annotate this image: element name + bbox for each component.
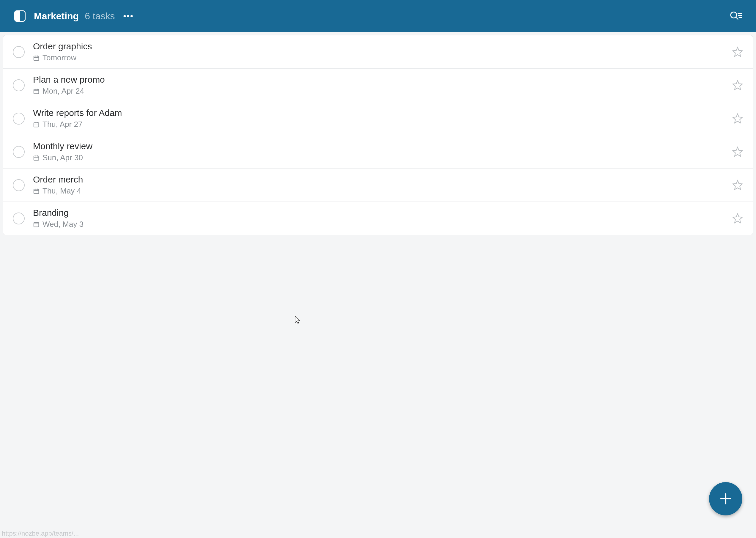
status-bar-url: https://nozbe.app/teams/... <box>0 529 80 538</box>
task-checkbox[interactable] <box>13 46 25 58</box>
task-date-row: Sun, Apr 30 <box>33 153 732 162</box>
task-checkbox[interactable] <box>13 213 25 224</box>
app-logo-icon[interactable] <box>14 10 25 22</box>
task-list: Order graphics Tomorrow Plan a new promo… <box>3 35 753 235</box>
task-date: Sun, Apr 30 <box>42 153 83 162</box>
page-title: Marketing <box>34 11 79 22</box>
task-title: Branding <box>33 208 732 218</box>
star-icon[interactable] <box>732 146 743 158</box>
task-item[interactable]: Order graphics Tomorrow <box>3 35 753 69</box>
svg-rect-13 <box>34 123 39 127</box>
svg-rect-5 <box>34 56 39 60</box>
task-title: Order merch <box>33 175 732 185</box>
task-checkbox[interactable] <box>13 146 25 158</box>
star-icon[interactable] <box>732 180 743 191</box>
task-title: Write reports for Adam <box>33 108 732 118</box>
svg-rect-25 <box>34 222 39 227</box>
task-content: Order graphics Tomorrow <box>33 41 732 62</box>
task-checkbox[interactable] <box>13 80 25 91</box>
plus-icon <box>718 491 733 506</box>
calendar-icon <box>33 155 39 161</box>
star-icon[interactable] <box>732 46 743 58</box>
search-filter-icon <box>730 10 742 22</box>
task-date: Tomorrow <box>42 53 76 62</box>
task-content: Branding Wed, May 3 <box>33 208 732 229</box>
svg-rect-21 <box>34 189 39 193</box>
calendar-icon <box>33 188 39 194</box>
task-item[interactable]: Write reports for Adam Thu, Apr 27 <box>3 102 753 135</box>
task-content: Write reports for Adam Thu, Apr 27 <box>33 108 732 129</box>
task-date-row: Tomorrow <box>33 53 732 62</box>
task-title: Monthly review <box>33 141 732 151</box>
svg-rect-9 <box>34 89 39 94</box>
calendar-icon <box>33 88 39 94</box>
task-date-row: Thu, May 4 <box>33 187 732 195</box>
task-content: Plan a new promo Mon, Apr 24 <box>33 75 732 96</box>
task-content: Order merch Thu, May 4 <box>33 175 732 195</box>
task-item[interactable]: Monthly review Sun, Apr 30 <box>3 135 753 169</box>
task-item[interactable]: Branding Wed, May 3 <box>3 202 753 235</box>
task-count-label: 6 tasks <box>85 11 115 22</box>
svg-line-1 <box>736 17 738 19</box>
task-date: Thu, Apr 27 <box>42 120 82 129</box>
task-title: Plan a new promo <box>33 75 732 85</box>
task-date: Thu, May 4 <box>42 187 81 195</box>
task-date-row: Mon, Apr 24 <box>33 86 732 96</box>
task-content: Monthly review Sun, Apr 30 <box>33 141 732 162</box>
svg-rect-17 <box>34 156 39 160</box>
task-checkbox[interactable] <box>13 113 25 125</box>
mouse-cursor <box>295 316 301 325</box>
more-options-icon[interactable]: ••• <box>123 11 134 21</box>
task-date-row: Thu, Apr 27 <box>33 120 732 129</box>
star-icon[interactable] <box>732 80 743 91</box>
task-date: Wed, May 3 <box>42 220 83 229</box>
task-item[interactable]: Order merch Thu, May 4 <box>3 169 753 202</box>
app-header: Marketing 6 tasks ••• <box>0 0 756 32</box>
star-icon[interactable] <box>732 213 743 224</box>
task-item[interactable]: Plan a new promo Mon, Apr 24 <box>3 69 753 102</box>
calendar-icon <box>33 55 39 61</box>
task-date: Mon, Apr 24 <box>42 86 84 96</box>
task-checkbox[interactable] <box>13 179 25 191</box>
add-task-button[interactable] <box>709 482 742 515</box>
search-button[interactable] <box>730 10 742 22</box>
calendar-icon <box>33 121 39 128</box>
task-date-row: Wed, May 3 <box>33 220 732 229</box>
star-icon[interactable] <box>732 113 743 124</box>
task-title: Order graphics <box>33 41 732 51</box>
calendar-icon <box>33 221 39 228</box>
